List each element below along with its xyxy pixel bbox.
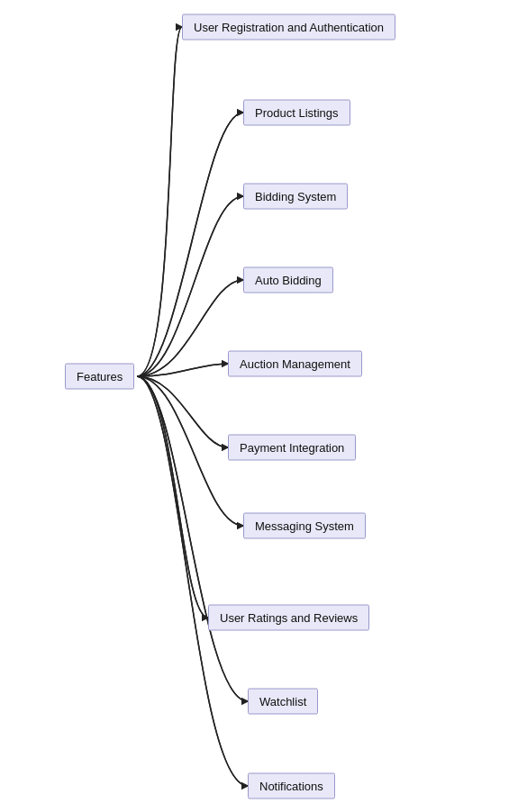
- node-product: Product Listings: [243, 100, 350, 126]
- node-auto-bidding: Auto Bidding: [243, 267, 333, 293]
- node-auction: Auction Management: [228, 351, 362, 377]
- node-features: Features: [65, 364, 134, 390]
- diagram-container: Features User Registration and Authentic…: [0, 0, 527, 812]
- node-notifications: Notifications: [248, 773, 335, 799]
- node-bidding: Bidding System: [243, 184, 348, 210]
- node-registration: User Registration and Authentication: [182, 14, 395, 41]
- node-ratings: User Ratings and Reviews: [208, 605, 369, 631]
- node-payment: Payment Integration: [228, 435, 356, 461]
- node-watchlist: Watchlist: [248, 689, 318, 715]
- node-messaging: Messaging System: [243, 513, 366, 539]
